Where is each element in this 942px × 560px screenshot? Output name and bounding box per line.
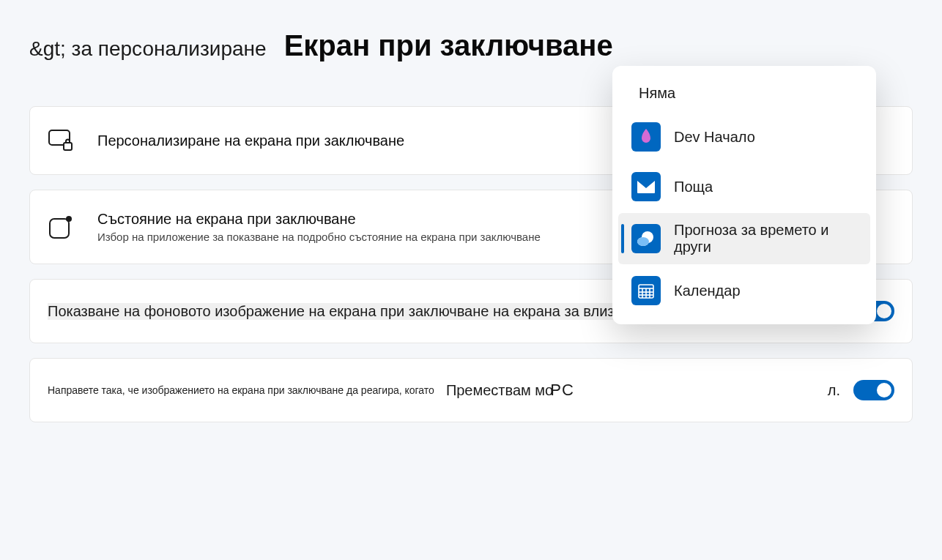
toggle-group: л. — [828, 380, 894, 400]
setting-text: Направете така, че изображението на екра… — [48, 381, 828, 400]
app-picker-flyout: Няма Dev Начало Поща Прогноза з — [612, 66, 876, 324]
svg-point-3 — [66, 216, 72, 222]
app-badge-icon — [48, 214, 74, 240]
setting-suffix: PC — [550, 381, 574, 400]
toggle-label: л. — [828, 382, 840, 399]
setting-title: Показване на фоновото изображение на екр… — [48, 303, 639, 320]
monitor-lock-icon — [48, 127, 74, 154]
svg-rect-1 — [64, 143, 72, 150]
flyout-item-label: Dev Начало — [674, 129, 755, 146]
flyout-item-label: Няма — [639, 85, 675, 102]
flame-icon — [631, 122, 661, 152]
flyout-item-label: Поща — [674, 179, 713, 195]
setting-mid: Премествам мо — [446, 382, 553, 399]
flyout-item-calendar[interactable]: Календар — [618, 267, 870, 314]
flyout-item-none[interactable]: Няма — [618, 76, 870, 111]
mail-icon — [631, 172, 661, 201]
weather-icon — [631, 224, 661, 253]
breadcrumb[interactable]: &gt; за персонализиране — [29, 37, 267, 61]
svg-rect-2 — [50, 219, 69, 238]
row-react-move-pc: Направете така, че изображението на екра… — [29, 358, 913, 422]
page-title: Екран при заключване — [284, 29, 613, 62]
calendar-icon — [631, 276, 661, 305]
flyout-item-label: Прогноза за времето и други — [674, 222, 857, 255]
page-header: &gt; за персонализиране Екран при заключ… — [29, 29, 913, 62]
flyout-item-mail[interactable]: Поща — [618, 163, 870, 210]
flyout-item-weather[interactable]: Прогноза за времето и други — [618, 213, 870, 264]
svg-point-7 — [637, 237, 649, 246]
flyout-item-dev-home[interactable]: Dev Начало — [618, 113, 870, 160]
flyout-item-label: Календар — [674, 283, 741, 299]
setting-prefix: Направете така, че изображението на екра… — [48, 384, 434, 396]
toggle-switch[interactable] — [853, 380, 894, 400]
